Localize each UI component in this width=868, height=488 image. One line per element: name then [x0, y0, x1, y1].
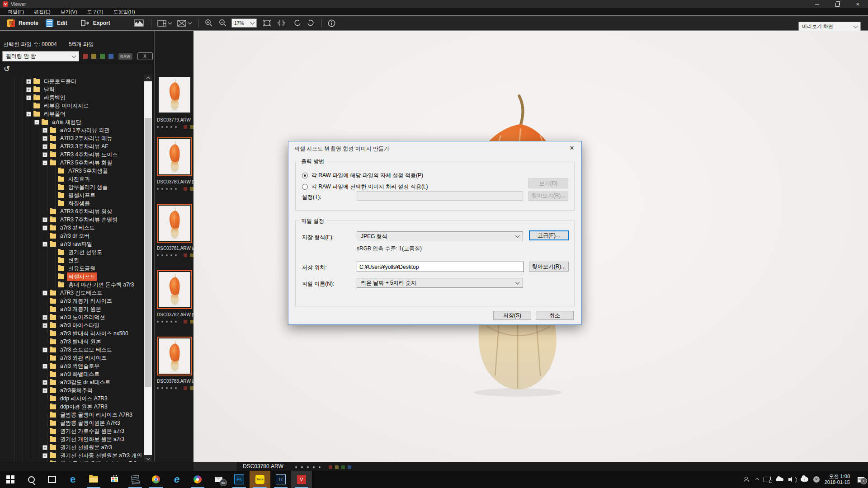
tree-expander-icon[interactable]: + [42, 347, 47, 352]
taskbar-start-button[interactable] [0, 471, 21, 488]
taskbar-photoshop-button[interactable]: Ps [229, 471, 250, 488]
export-button[interactable]: Export [75, 19, 110, 27]
tree-item-43[interactable]: +권기선 가로수길 원본 a7r3 [0, 427, 144, 435]
tree-item-37[interactable]: +a7r3감도 dr af테스트 [0, 378, 144, 386]
tree-expander-icon[interactable]: + [42, 388, 47, 393]
rotate-left-icon[interactable] [294, 19, 301, 27]
scroll-up-button[interactable] [144, 75, 152, 81]
rating-dot[interactable] [295, 466, 297, 468]
tree-expander-icon[interactable]: + [42, 144, 47, 149]
tree-item-7[interactable]: +A7R3 2주차리뷰 메뉴 [0, 134, 144, 142]
tree-expander-icon[interactable]: + [42, 152, 47, 157]
onedrive-icon[interactable] [776, 478, 783, 481]
filter-select[interactable]: 필터링 안 함 [2, 51, 79, 61]
rating-dot[interactable] [170, 387, 172, 389]
tree-item-10[interactable]: -A7R3 5주차리뷰 화질 [0, 159, 144, 167]
tree-expander-icon[interactable]: + [26, 87, 31, 92]
tree-item-17[interactable]: +A7R3 7주차리뷰 손떨방 [0, 216, 144, 224]
rating-dot[interactable] [166, 387, 168, 389]
filter-clear-button[interactable]: X [137, 52, 153, 60]
close-button[interactable]: ✕ [848, 0, 868, 8]
refresh-icon[interactable]: ↺ [4, 65, 10, 73]
taskbar-mail-button[interactable]: 58 [208, 471, 229, 488]
tree-expander-icon[interactable]: - [42, 160, 47, 165]
tree-item-14[interactable]: +필셀시프트 [0, 191, 144, 199]
tree-expander-icon[interactable]: + [26, 95, 31, 100]
rating-dot[interactable] [166, 321, 168, 323]
tree-item-1[interactable]: +달력 [0, 85, 144, 94]
tree-item-29[interactable]: +a7r3 노이즈리덕션 [0, 313, 144, 321]
rating-dot[interactable] [175, 254, 177, 256]
cancel-button[interactable]: 취소 [536, 311, 574, 320]
tree-expander-icon[interactable]: + [42, 453, 47, 458]
tree-expander-icon[interactable]: + [42, 136, 47, 141]
volume-icon[interactable] [788, 477, 796, 482]
taskbar-lightroom-button[interactable]: Lr [270, 471, 291, 488]
menu-item-0[interactable]: 파일(F) [3, 9, 29, 15]
tree-expander-icon[interactable]: + [42, 364, 47, 369]
taskbar-explorer-button[interactable] [83, 471, 104, 488]
rating-dot[interactable] [175, 126, 177, 128]
raw-filter-badge[interactable]: RAW [118, 53, 132, 60]
menu-item-3[interactable]: 도구(T) [82, 9, 108, 15]
rating-dot[interactable] [157, 387, 159, 389]
tree-item-32[interactable]: +a7r3 발대식 원본 [0, 338, 144, 346]
tree-item-35[interactable]: +a7r3 퀵앤슬로우 [0, 362, 144, 370]
rating-dot[interactable] [175, 188, 177, 190]
tree-expander-icon[interactable]: - [34, 120, 39, 125]
tree-item-39[interactable]: +ddp 리사이즈 A7R3 [0, 394, 144, 403]
tree-item-6[interactable]: +a7r3 1주차리뷰 외관 [0, 126, 144, 134]
taskbar-ie-button[interactable]: e [166, 471, 187, 488]
people-icon[interactable] [744, 477, 751, 482]
tree-item-23[interactable]: +선유도공원 [0, 264, 144, 272]
label-chip[interactable] [184, 386, 187, 390]
label-chip-yellow[interactable] [335, 465, 339, 469]
rating-dot[interactable] [175, 387, 177, 389]
rating-dot[interactable] [301, 466, 303, 468]
save-format-select[interactable]: JPEG 형식 [357, 231, 523, 241]
rotate-right-icon[interactable] [307, 19, 314, 27]
filter-chip-yellow[interactable] [91, 54, 96, 59]
actual-size-icon[interactable] [277, 19, 286, 27]
tree-item-13[interactable]: +암부올리기 샘플 [0, 183, 144, 191]
menu-item-2[interactable]: 보기(V) [56, 9, 82, 15]
tree-item-21[interactable]: +권기선 선유도 [0, 248, 144, 256]
file-name-select[interactable]: 찍은 날짜 + 5자리 숫자 [357, 278, 523, 288]
rating-dot[interactable] [161, 126, 163, 128]
sync-error-icon[interactable]: ✕ [813, 476, 820, 483]
tree-expander-icon[interactable]: + [42, 315, 47, 320]
restore-button[interactable] [827, 0, 848, 8]
tree-item-16[interactable]: +A7R3 6주차리뷰 영상 [0, 207, 144, 216]
save-button[interactable]: 저장(S) [493, 311, 531, 320]
tree-item-20[interactable]: -a7r3 raw파일 [0, 240, 144, 248]
tray-expand-icon[interactable] [756, 478, 759, 481]
tree-vertical-scrollbar[interactable] [144, 75, 152, 462]
rating-dot[interactable] [161, 387, 163, 389]
network-icon[interactable] [764, 477, 771, 482]
tree-item-12[interactable]: +사진효과 [0, 175, 144, 183]
label-chip[interactable] [184, 187, 187, 191]
label-chip[interactable] [184, 320, 187, 324]
tree-item-41[interactable]: +글짬뽕 골뱅이 리사이즈 A7R3 [0, 411, 144, 419]
tree-item-45[interactable]: +권기선 선별원본 a7r3 [0, 443, 144, 451]
tree-expander-icon[interactable]: + [26, 79, 31, 84]
taskbar-task-view-button[interactable] [42, 471, 62, 488]
tree-item-3[interactable]: +리뷰용 이미지자료 [0, 102, 144, 110]
save-location-input[interactable]: C:¥Users¥yolls¥Desktop [357, 262, 524, 272]
rating-dot[interactable] [307, 466, 309, 468]
info-icon[interactable] [328, 19, 335, 27]
dialog-close-button[interactable]: ✕ [565, 143, 579, 152]
scroll-down-button[interactable] [144, 455, 152, 462]
tree-item-42[interactable]: +글짬뽕 골뱅이원본 A7R3 [0, 419, 144, 427]
minimize-button[interactable] [807, 0, 827, 8]
menu-item-1[interactable]: 편집(E) [29, 9, 56, 15]
zoom-out-icon[interactable] [219, 19, 227, 27]
tree-expander-icon[interactable]: + [42, 217, 47, 222]
rating-dot[interactable] [157, 188, 159, 190]
tree-item-22[interactable]: +변환 [0, 256, 144, 264]
tree-item-18[interactable]: +a7r3 af 테스트 [0, 224, 144, 232]
menu-item-4[interactable]: 도움말(H) [108, 9, 140, 15]
rating-dot[interactable] [161, 254, 163, 256]
label-chip[interactable] [190, 125, 193, 129]
radio-unselected-icon[interactable] [302, 184, 308, 190]
